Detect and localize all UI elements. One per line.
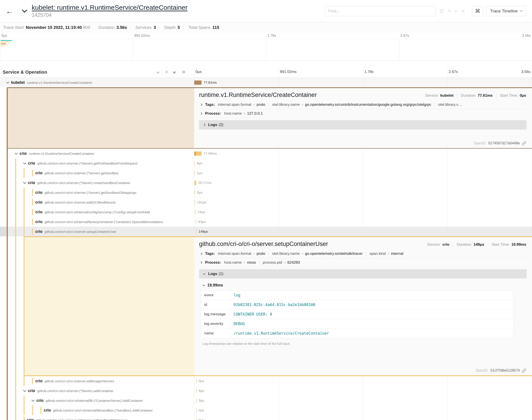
span-name-cell[interactable]: criogithub.com/cri-o/cri-o/server.(*Serv…	[0, 158, 194, 168]
trace-title-link[interactable]: kubelet: runtime.v1.RuntimeService/Creat…	[32, 4, 188, 11]
focus-matches-icon[interactable]	[440, 9, 443, 13]
span-name-cell[interactable]: criogithub.com/cri-o/cri-o/internal/conf…	[0, 207, 194, 217]
chevron-down-icon[interactable]	[23, 161, 26, 164]
logs-accordion[interactable]: Logs (2)	[199, 120, 527, 130]
span-name-cell[interactable]: kubeletruntime.v1.RuntimeService/CreateC…	[0, 78, 194, 87]
prev-match-icon[interactable]	[447, 10, 451, 14]
span-bar[interactable]	[195, 210, 196, 214]
chevron-down-icon[interactable]	[15, 151, 18, 155]
span-row-crio[interactable]: criogithub.com/cri-o/cri-o/internal/lib.…	[0, 396, 532, 405]
span-bar[interactable]	[196, 389, 197, 393]
trace-minimap[interactable]	[0, 39, 532, 61]
leaf-marker	[32, 189, 33, 196]
span-bar[interactable]	[194, 151, 202, 156]
operation-name: runtime.v1.RuntimeService/CreateContaine…	[29, 152, 94, 155]
span-name-cell[interactable]: criogithub.com/cri-o/cri-o/server.addOCI…	[0, 197, 194, 207]
span-row-crio[interactable]: criogithub.com/cri-o/cri-o/internal/lib/…	[0, 405, 532, 415]
span-bar[interactable]	[196, 399, 197, 403]
span-bar[interactable]	[194, 191, 195, 195]
tags-accordion[interactable]: Tags: internal.span.format=protootel.lib…	[199, 249, 527, 258]
span-name-cell[interactable]: criogithub.com/cri-o/cri-o/internal/lib.…	[0, 396, 194, 405]
span-duration: 6μs	[199, 389, 204, 393]
span-bar[interactable]	[196, 229, 197, 234]
keyboard-shortcuts-button[interactable]: ⌘	[472, 6, 483, 16]
service-value: crio	[442, 242, 449, 247]
span-bar[interactable]	[196, 418, 197, 420]
start-time-label: Start Time:	[492, 242, 510, 247]
chevron-down-icon[interactable]	[31, 399, 35, 402]
span-name-cell[interactable]: criogithub.com/cri-o/cri-o/internal/lib/…	[0, 405, 194, 415]
span-row-crio[interactable]: criogithub.com/cri-o/cri-o/server.(*Serv…	[0, 158, 532, 168]
span-bar[interactable]	[196, 379, 197, 383]
span-name-cell[interactable]: criogithub.com/cri-o/cri-o/server.(*Serv…	[0, 415, 194, 420]
duration-value: 77.61ms	[478, 93, 492, 98]
span-name-cell[interactable]: criogithub.com/cri-o/cri-o/server.(*Serv…	[0, 386, 194, 396]
span-row-crio[interactable]: criogithub.com/cri-o/cri-o/server.addIma…	[0, 376, 532, 386]
link-icon[interactable]	[522, 368, 526, 373]
leaf-marker	[32, 218, 33, 225]
process-accordion[interactable]: Process: host.name=nixosprocess.pid=6242…	[199, 258, 527, 267]
trace-view-selector[interactable]: Trace Timeline	[486, 6, 526, 16]
span-row-crio[interactable]: criogithub.com/cri-o/cri-o/server.(*Serv…	[0, 168, 532, 178]
chevron-down-icon[interactable]	[23, 181, 26, 184]
expand-all-icon[interactable]	[182, 71, 185, 73]
tags-accordion[interactable]: Tags: internal.span.format=protootel.lib…	[199, 100, 527, 109]
service-label: Service:	[425, 93, 438, 98]
summary-value: 3	[154, 25, 156, 30]
logs-label: Logs	[208, 272, 217, 276]
collapse-controls	[157, 71, 185, 73]
logs-body: 19.99ms eventlogid92b82381-025c-4a64-815…	[199, 279, 527, 346]
span-bar[interactable]	[196, 408, 197, 412]
process-accordion[interactable]: Process: host.name=127.0.0.1	[199, 109, 527, 118]
logs-accordion[interactable]: Logs (1)	[199, 269, 527, 279]
link-icon[interactable]	[522, 141, 526, 146]
logs-count: (2)	[219, 123, 223, 127]
indent-guide	[24, 405, 25, 415]
trace-collapse-chevron-icon[interactable]	[22, 7, 27, 13]
span-name-cell[interactable]: criogithub.com/cri-o/cri-o/server.(*Serv…	[0, 178, 194, 188]
back-icon[interactable]: ←	[6, 7, 13, 15]
indent-guide	[15, 168, 16, 178]
chevron-down-icon[interactable]	[6, 80, 9, 84]
span-name-cell[interactable]: criogithub.com/cri-o/cri-o/server.(*Serv…	[0, 188, 194, 197]
span-row-kubelet[interactable]: kubeletruntime.v1.RuntimeService/CreateC…	[0, 78, 532, 87]
separator	[366, 252, 366, 256]
span-row-crio[interactable]: criogithub.com/cri-o/cri-o/server.(*Serv…	[0, 386, 532, 396]
span-row-crio[interactable]: criogithub.com/cri-o/cri-o/server.(*Serv…	[0, 178, 532, 188]
span-bar[interactable]	[194, 171, 195, 175]
span-bar[interactable]	[194, 80, 202, 85]
span-name-cell[interactable]: criogithub.com/cri-o/cri-o/server.(*Serv…	[0, 168, 194, 178]
log-field-row: name/runtime.v1.RuntimeService/CreateCon…	[201, 329, 513, 338]
clear-find-icon[interactable]: ×	[462, 8, 465, 14]
span-name-cell[interactable]: criogithub.com/cri-o/cri-o/server.addIma…	[0, 376, 194, 386]
span-row-crio[interactable]: criogithub.com/cri-o/cri-o/server.(*Serv…	[0, 188, 532, 197]
log-entry-toggle[interactable]: 19.99ms	[201, 280, 513, 290]
span-row-crio[interactable]: criogithub.com/cri-o/cri-o/server.setupC…	[0, 227, 532, 236]
collapse-all-icon[interactable]	[173, 71, 175, 73]
span-bar[interactable]	[196, 220, 196, 224]
chevron-down-icon[interactable]	[23, 389, 26, 392]
next-match-icon[interactable]	[454, 9, 458, 12]
find-input[interactable]	[325, 6, 436, 16]
span-duration: 0μs	[197, 191, 203, 195]
service-operation-header-cell: Service & Operation	[0, 67, 194, 77]
collapse-one-icon[interactable]	[157, 71, 159, 73]
span-row-crio[interactable]: criogithub.com/cri-o/cri-o/server.addOCI…	[0, 197, 532, 207]
span-bar[interactable]	[195, 200, 195, 204]
span-row-crio[interactable]: criogithub.com/cri-o/cri-o/server.(*Serv…	[0, 415, 532, 420]
span-name-cell[interactable]: criogithub.com/cri-o/cri-o/internal/fact…	[0, 217, 194, 227]
span-row-crio[interactable]: criogithub.com/cri-o/cri-o/internal/fact…	[0, 217, 532, 227]
log-field-value: CONTAINER USER: 0	[230, 310, 513, 319]
span-bar[interactable]	[194, 161, 195, 165]
expand-one-icon[interactable]	[165, 71, 167, 73]
span-detail-title: github.com/cri-o/cri-o/server.setupConta…	[199, 240, 328, 247]
logs-count: (1)	[219, 272, 223, 276]
value: go.opentelemetry.io/contrib/instrumentat…	[305, 103, 431, 107]
span-row-crio[interactable]: criogithub.com/cri-o/cri-o/internal/conf…	[0, 207, 532, 217]
span-name-cell[interactable]: criogithub.com/cri-o/cri-o/server.setupC…	[0, 227, 194, 236]
chevron-right-icon	[200, 261, 202, 264]
span-row-crio[interactable]: crioruntime.v1.RuntimeService/CreateCont…	[0, 149, 532, 158]
span-name-cell[interactable]: crioruntime.v1.RuntimeService/CreateCont…	[0, 149, 194, 158]
span-bar[interactable]	[194, 181, 196, 185]
header-controls: × ⌘ Trace Timeline	[325, 6, 526, 16]
